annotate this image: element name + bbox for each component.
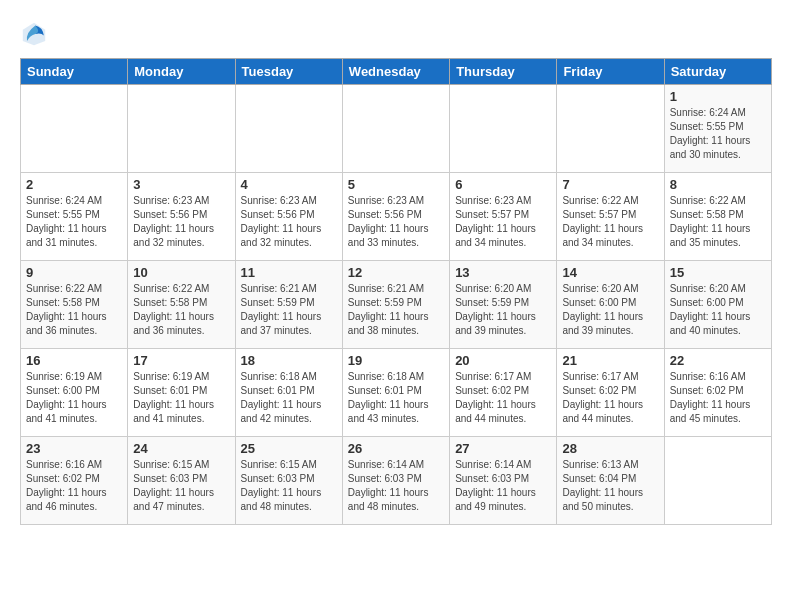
day-number: 22 [670, 353, 766, 368]
day-info: Sunrise: 6:23 AM Sunset: 5:56 PM Dayligh… [241, 194, 337, 250]
day-number: 3 [133, 177, 229, 192]
calendar-cell [342, 85, 449, 173]
day-info: Sunrise: 6:18 AM Sunset: 6:01 PM Dayligh… [348, 370, 444, 426]
calendar-cell: 13Sunrise: 6:20 AM Sunset: 5:59 PM Dayli… [450, 261, 557, 349]
calendar-cell: 12Sunrise: 6:21 AM Sunset: 5:59 PM Dayli… [342, 261, 449, 349]
day-number: 19 [348, 353, 444, 368]
calendar-cell: 8Sunrise: 6:22 AM Sunset: 5:58 PM Daylig… [664, 173, 771, 261]
calendar-cell: 26Sunrise: 6:14 AM Sunset: 6:03 PM Dayli… [342, 437, 449, 525]
calendar-cell [21, 85, 128, 173]
day-number: 27 [455, 441, 551, 456]
day-number: 23 [26, 441, 122, 456]
day-number: 4 [241, 177, 337, 192]
day-info: Sunrise: 6:18 AM Sunset: 6:01 PM Dayligh… [241, 370, 337, 426]
day-number: 6 [455, 177, 551, 192]
week-row-0: 1Sunrise: 6:24 AM Sunset: 5:55 PM Daylig… [21, 85, 772, 173]
calendar-cell [235, 85, 342, 173]
day-number: 15 [670, 265, 766, 280]
page-header [20, 20, 772, 48]
day-number: 8 [670, 177, 766, 192]
week-row-3: 16Sunrise: 6:19 AM Sunset: 6:00 PM Dayli… [21, 349, 772, 437]
calendar-cell: 17Sunrise: 6:19 AM Sunset: 6:01 PM Dayli… [128, 349, 235, 437]
calendar-cell: 6Sunrise: 6:23 AM Sunset: 5:57 PM Daylig… [450, 173, 557, 261]
day-number: 12 [348, 265, 444, 280]
header-monday: Monday [128, 59, 235, 85]
day-number: 17 [133, 353, 229, 368]
calendar-cell: 7Sunrise: 6:22 AM Sunset: 5:57 PM Daylig… [557, 173, 664, 261]
day-info: Sunrise: 6:22 AM Sunset: 5:58 PM Dayligh… [26, 282, 122, 338]
calendar-cell: 22Sunrise: 6:16 AM Sunset: 6:02 PM Dayli… [664, 349, 771, 437]
day-info: Sunrise: 6:23 AM Sunset: 5:57 PM Dayligh… [455, 194, 551, 250]
day-number: 5 [348, 177, 444, 192]
calendar-cell: 1Sunrise: 6:24 AM Sunset: 5:55 PM Daylig… [664, 85, 771, 173]
header-sunday: Sunday [21, 59, 128, 85]
day-info: Sunrise: 6:14 AM Sunset: 6:03 PM Dayligh… [455, 458, 551, 514]
calendar-header-row: SundayMondayTuesdayWednesdayThursdayFrid… [21, 59, 772, 85]
week-row-1: 2Sunrise: 6:24 AM Sunset: 5:55 PM Daylig… [21, 173, 772, 261]
calendar-cell: 28Sunrise: 6:13 AM Sunset: 6:04 PM Dayli… [557, 437, 664, 525]
day-number: 16 [26, 353, 122, 368]
calendar-cell: 14Sunrise: 6:20 AM Sunset: 6:00 PM Dayli… [557, 261, 664, 349]
day-info: Sunrise: 6:17 AM Sunset: 6:02 PM Dayligh… [562, 370, 658, 426]
day-number: 1 [670, 89, 766, 104]
day-number: 10 [133, 265, 229, 280]
day-info: Sunrise: 6:15 AM Sunset: 6:03 PM Dayligh… [241, 458, 337, 514]
day-number: 20 [455, 353, 551, 368]
day-number: 28 [562, 441, 658, 456]
calendar-cell: 5Sunrise: 6:23 AM Sunset: 5:56 PM Daylig… [342, 173, 449, 261]
header-saturday: Saturday [664, 59, 771, 85]
day-info: Sunrise: 6:23 AM Sunset: 5:56 PM Dayligh… [348, 194, 444, 250]
day-number: 14 [562, 265, 658, 280]
header-friday: Friday [557, 59, 664, 85]
day-info: Sunrise: 6:20 AM Sunset: 6:00 PM Dayligh… [670, 282, 766, 338]
day-number: 13 [455, 265, 551, 280]
calendar-cell: 16Sunrise: 6:19 AM Sunset: 6:00 PM Dayli… [21, 349, 128, 437]
calendar-cell: 15Sunrise: 6:20 AM Sunset: 6:00 PM Dayli… [664, 261, 771, 349]
calendar-cell [557, 85, 664, 173]
day-number: 2 [26, 177, 122, 192]
day-number: 18 [241, 353, 337, 368]
day-number: 9 [26, 265, 122, 280]
day-info: Sunrise: 6:14 AM Sunset: 6:03 PM Dayligh… [348, 458, 444, 514]
calendar-cell: 9Sunrise: 6:22 AM Sunset: 5:58 PM Daylig… [21, 261, 128, 349]
day-info: Sunrise: 6:22 AM Sunset: 5:58 PM Dayligh… [133, 282, 229, 338]
day-info: Sunrise: 6:20 AM Sunset: 6:00 PM Dayligh… [562, 282, 658, 338]
day-info: Sunrise: 6:19 AM Sunset: 6:01 PM Dayligh… [133, 370, 229, 426]
day-info: Sunrise: 6:15 AM Sunset: 6:03 PM Dayligh… [133, 458, 229, 514]
calendar-cell: 24Sunrise: 6:15 AM Sunset: 6:03 PM Dayli… [128, 437, 235, 525]
calendar-cell [128, 85, 235, 173]
calendar-cell: 23Sunrise: 6:16 AM Sunset: 6:02 PM Dayli… [21, 437, 128, 525]
calendar-cell: 10Sunrise: 6:22 AM Sunset: 5:58 PM Dayli… [128, 261, 235, 349]
calendar-cell: 11Sunrise: 6:21 AM Sunset: 5:59 PM Dayli… [235, 261, 342, 349]
header-thursday: Thursday [450, 59, 557, 85]
day-info: Sunrise: 6:13 AM Sunset: 6:04 PM Dayligh… [562, 458, 658, 514]
calendar-cell [664, 437, 771, 525]
day-number: 11 [241, 265, 337, 280]
calendar-table: SundayMondayTuesdayWednesdayThursdayFrid… [20, 58, 772, 525]
logo-icon [20, 20, 48, 48]
day-number: 21 [562, 353, 658, 368]
header-wednesday: Wednesday [342, 59, 449, 85]
calendar-cell: 3Sunrise: 6:23 AM Sunset: 5:56 PM Daylig… [128, 173, 235, 261]
day-info: Sunrise: 6:21 AM Sunset: 5:59 PM Dayligh… [348, 282, 444, 338]
day-info: Sunrise: 6:21 AM Sunset: 5:59 PM Dayligh… [241, 282, 337, 338]
week-row-2: 9Sunrise: 6:22 AM Sunset: 5:58 PM Daylig… [21, 261, 772, 349]
week-row-4: 23Sunrise: 6:16 AM Sunset: 6:02 PM Dayli… [21, 437, 772, 525]
header-tuesday: Tuesday [235, 59, 342, 85]
day-info: Sunrise: 6:22 AM Sunset: 5:58 PM Dayligh… [670, 194, 766, 250]
day-info: Sunrise: 6:22 AM Sunset: 5:57 PM Dayligh… [562, 194, 658, 250]
calendar-cell: 27Sunrise: 6:14 AM Sunset: 6:03 PM Dayli… [450, 437, 557, 525]
calendar-cell: 25Sunrise: 6:15 AM Sunset: 6:03 PM Dayli… [235, 437, 342, 525]
day-number: 25 [241, 441, 337, 456]
day-info: Sunrise: 6:17 AM Sunset: 6:02 PM Dayligh… [455, 370, 551, 426]
day-number: 24 [133, 441, 229, 456]
day-info: Sunrise: 6:19 AM Sunset: 6:00 PM Dayligh… [26, 370, 122, 426]
day-number: 26 [348, 441, 444, 456]
day-info: Sunrise: 6:24 AM Sunset: 5:55 PM Dayligh… [26, 194, 122, 250]
day-info: Sunrise: 6:16 AM Sunset: 6:02 PM Dayligh… [670, 370, 766, 426]
logo [20, 20, 54, 48]
calendar-cell: 4Sunrise: 6:23 AM Sunset: 5:56 PM Daylig… [235, 173, 342, 261]
calendar-cell [450, 85, 557, 173]
calendar-cell: 21Sunrise: 6:17 AM Sunset: 6:02 PM Dayli… [557, 349, 664, 437]
calendar-cell: 19Sunrise: 6:18 AM Sunset: 6:01 PM Dayli… [342, 349, 449, 437]
